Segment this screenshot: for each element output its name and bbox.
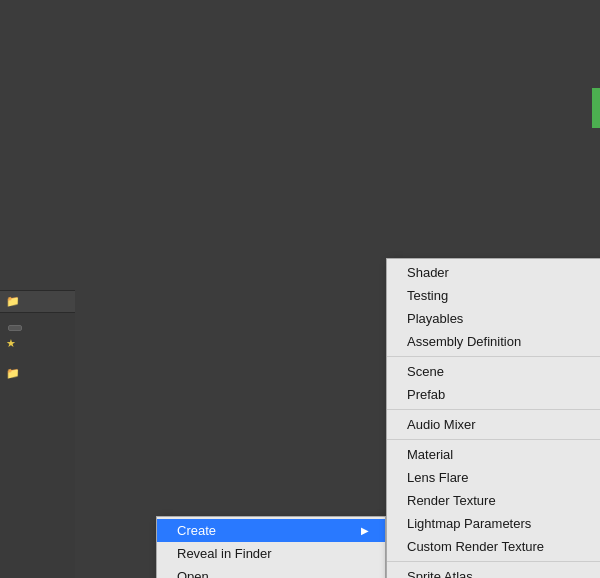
right-menu-item-lightmap-parameters[interactable]: Lightmap Parameters — [387, 512, 600, 535]
menu-item-label: Open — [177, 569, 209, 578]
star-icon: ★ — [6, 337, 16, 350]
right-menu-item-custom-render-texture[interactable]: Custom Render Texture — [387, 535, 600, 558]
right-menu-item-material[interactable]: Material — [387, 443, 600, 466]
menu-item-label: Scene — [407, 364, 444, 379]
right-menu-item-render-texture[interactable]: Render Texture — [387, 489, 600, 512]
menu-item-label: Reveal in Finder — [177, 546, 272, 561]
right-menu-item-assembly-definition[interactable]: Assembly Definition — [387, 330, 600, 353]
favorites-header: ★ — [0, 334, 75, 353]
right-menu-item-scene[interactable]: Scene — [387, 360, 600, 383]
right-menu-item-playables[interactable]: Playables▶ — [387, 307, 600, 330]
right-context-menu: Shader▶Testing▶Playables▶Assembly Defini… — [386, 258, 600, 578]
menu-item-label: Testing — [407, 288, 448, 303]
menu-item-label: Assembly Definition — [407, 334, 521, 349]
menu-item-label: Shader — [407, 265, 449, 280]
menu-item-label: Audio Mixer — [407, 417, 476, 432]
right-menu-separator-15 — [387, 561, 600, 562]
left-menu-item-reveal-in-finder[interactable]: Reveal in Finder — [157, 542, 385, 565]
menu-item-label: Sprite Atlas — [407, 569, 473, 578]
right-menu-item-audio-mixer[interactable]: Audio Mixer — [387, 413, 600, 436]
right-menu-separator-7 — [387, 409, 600, 410]
menu-item-label: Render Texture — [407, 493, 496, 508]
assets-folder-item[interactable]: 📁 — [0, 365, 75, 382]
project-panel-header: 📁 — [0, 291, 75, 313]
right-menu-item-testing[interactable]: Testing▶ — [387, 284, 600, 307]
create-button[interactable] — [8, 325, 22, 331]
right-menu-separator-9 — [387, 439, 600, 440]
left-menu-item-open[interactable]: Open — [157, 565, 385, 578]
left-menu-item-create[interactable]: Create▶ — [157, 519, 385, 542]
menu-item-label: Material — [407, 447, 453, 462]
green-accent-bar — [592, 88, 600, 128]
right-menu-item-sprite-atlas[interactable]: Sprite Atlas — [387, 565, 600, 578]
menu-item-label: Lightmap Parameters — [407, 516, 531, 531]
menu-item-label: Custom Render Texture — [407, 539, 544, 554]
folder-icon-assets: 📁 — [6, 367, 20, 379]
menu-item-label: Playables — [407, 311, 463, 326]
right-menu-item-shader[interactable]: Shader▶ — [387, 261, 600, 284]
submenu-arrow-icon: ▶ — [361, 525, 369, 536]
menu-item-label: Lens Flare — [407, 470, 468, 485]
folder-icon: 📁 — [6, 295, 20, 308]
right-menu-item-lens-flare[interactable]: Lens Flare — [387, 466, 600, 489]
menu-item-label: Create — [177, 523, 216, 538]
left-context-menu: Create▶Reveal in FinderOpenDeleteOpen Sc… — [156, 516, 386, 578]
right-menu-item-prefab[interactable]: Prefab — [387, 383, 600, 406]
right-menu-separator-4 — [387, 356, 600, 357]
project-panel: 📁 ★ 📁 — [0, 290, 75, 578]
menu-item-label: Prefab — [407, 387, 445, 402]
